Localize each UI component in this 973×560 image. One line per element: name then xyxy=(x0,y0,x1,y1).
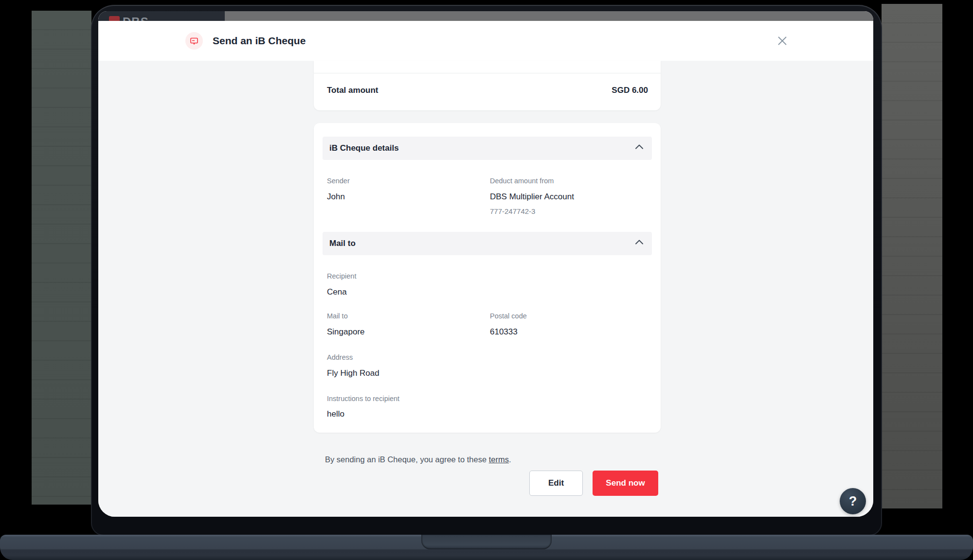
section-ib-cheque-details[interactable]: iB Cheque details xyxy=(323,137,652,160)
close-icon[interactable] xyxy=(775,33,790,49)
deduct-label: Deduct amount from xyxy=(490,176,554,185)
modal-title: Send an iB Cheque xyxy=(213,21,306,61)
send-ib-cheque-modal: Send an iB Cheque Total amount SGD 6.00 xyxy=(98,21,873,517)
mailto-value: Singapore xyxy=(327,327,365,337)
laptop-mockup: DBS Send an iB Cheque xyxy=(0,0,973,560)
postal-code-value: 610333 xyxy=(490,327,518,337)
dimmed-navbar xyxy=(225,11,873,21)
right-shadow-band xyxy=(882,4,942,508)
section-title: Mail to xyxy=(323,239,356,248)
dimmed-sidebar: DBS xyxy=(98,11,225,21)
send-now-button[interactable]: Send now xyxy=(593,471,658,496)
address-label: Address xyxy=(327,353,353,362)
chevron-up-icon[interactable] xyxy=(635,240,643,245)
laptop-lid: DBS Send an iB Cheque xyxy=(91,5,882,536)
terms-sentence: By sending an iB Cheque, you agree to th… xyxy=(325,455,511,464)
modal-header: Send an iB Cheque xyxy=(98,21,873,61)
sender-label: Sender xyxy=(327,176,350,185)
recipient-label: Recipient xyxy=(327,272,356,280)
deduct-value: DBS Multiplier Account xyxy=(490,192,574,202)
deduct-account-number: 777-247742-3 xyxy=(490,207,535,216)
dbs-logo-icon xyxy=(109,16,120,21)
address-value: Fly High Road xyxy=(327,368,379,379)
postal-code-label: Postal code xyxy=(490,312,527,320)
terms-suffix: . xyxy=(509,455,511,464)
question-icon: ? xyxy=(849,495,857,508)
help-button[interactable]: ? xyxy=(840,488,866,514)
recipient-value: Cena xyxy=(327,287,347,298)
instructions-value: hello xyxy=(327,409,344,420)
terms-prefix: By sending an iB Cheque, you agree to th… xyxy=(325,455,489,464)
laptop-lid-notch xyxy=(421,535,552,549)
total-amount-label: Total amount xyxy=(327,86,378,95)
divider xyxy=(314,73,661,73)
cheque-icon xyxy=(185,32,203,50)
section-title: iB Cheque details xyxy=(323,143,399,153)
cheque-details-card: iB Cheque details Sender John Deduct amo… xyxy=(314,123,661,433)
laptop-screen: DBS Send an iB Cheque xyxy=(98,11,873,517)
laptop-base xyxy=(0,535,973,560)
action-button-row: Edit Send now xyxy=(314,471,661,496)
dimmed-page-background: DBS xyxy=(98,11,873,21)
instructions-label: Instructions to recipient xyxy=(327,394,399,403)
mailto-label: Mail to xyxy=(327,312,348,320)
dbs-logo-text: DBS xyxy=(123,15,149,21)
total-amount-card: Total amount SGD 6.00 xyxy=(314,61,661,110)
edit-button[interactable]: Edit xyxy=(529,471,583,496)
sender-value: John xyxy=(327,192,345,202)
terms-link[interactable]: terms xyxy=(489,455,509,464)
total-amount-value: SGD 6.00 xyxy=(612,86,648,95)
chevron-up-icon[interactable] xyxy=(635,144,643,149)
section-mail-to[interactable]: Mail to xyxy=(323,232,652,255)
left-shadow-band xyxy=(32,11,91,505)
